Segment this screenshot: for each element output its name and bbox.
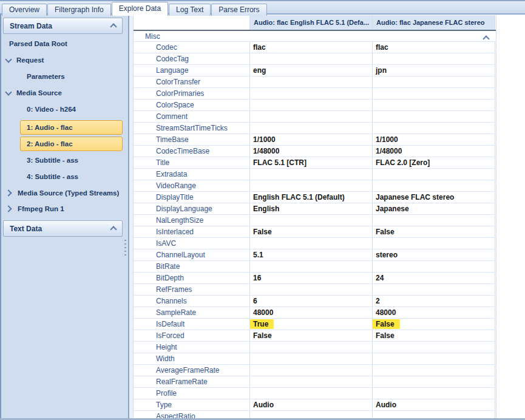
value-text: English FLAC 5.1 (Default) — [253, 193, 345, 202]
stream2-value-cell — [373, 76, 495, 87]
stream2-value-cell — [373, 180, 495, 191]
table-row-extradata[interactable]: Extradata — [134, 169, 496, 180]
table-row-type[interactable]: Type Audio Audio — [134, 399, 496, 411]
section-header-label: Text Data — [10, 225, 42, 233]
stream2-value-cell: 24 — [373, 273, 495, 283]
property-name-cell: Profile — [134, 388, 250, 399]
stream2-value-cell — [373, 215, 495, 226]
tree-item-4-subtitle-ass[interactable]: 4: Subtitle - ass — [27, 171, 78, 182]
tab-overview[interactable]: Overview — [2, 4, 47, 16]
tree-item-label: Request — [16, 56, 44, 64]
stream1-value-cell — [250, 215, 373, 226]
value-text: flac — [253, 43, 266, 52]
tab-log-text[interactable]: Log Text — [169, 4, 211, 16]
table-row-displaylanguage[interactable]: DisplayLanguage English Japanese — [134, 203, 496, 215]
table-row-streamstarttimeticks[interactable]: StreamStartTimeTicks — [134, 123, 496, 134]
sidebar: Stream Data Parsed Data RootRequestParam… — [0, 15, 128, 418]
property-name-cell: RefFrames — [134, 284, 250, 295]
chevron-down-icon[interactable] — [5, 56, 12, 63]
section-header-text-data[interactable]: Text Data — [3, 220, 123, 237]
property-name-cell: NalLengthSize — [134, 215, 250, 226]
tree-item-3-subtitle-ass[interactable]: 3: Subtitle - ass — [27, 155, 78, 166]
chevron-down-icon[interactable] — [5, 89, 12, 95]
stream1-value-cell: True — [250, 319, 373, 330]
tab-parse-errors[interactable]: Parse Errors — [211, 4, 266, 16]
chevron-up-icon[interactable] — [110, 23, 117, 30]
table-row-codec[interactable]: Codec flac flac — [134, 42, 496, 53]
table-row-timebase[interactable]: TimeBase 1/1000 1/1000 — [134, 134, 496, 146]
tree-item-request[interactable]: Request — [6, 55, 44, 66]
tab-explore-data[interactable]: Explore Data — [112, 2, 168, 16]
table-row-codectag[interactable]: CodecTag — [134, 53, 496, 65]
table-row-colortransfer[interactable]: ColorTransfer — [134, 76, 496, 88]
table-row-aspectratio[interactable]: AspectRatio — [134, 411, 496, 418]
table-row-width[interactable]: Width — [134, 353, 496, 365]
stream2-value-cell — [373, 365, 495, 376]
property-name-cell: Codec — [134, 42, 250, 53]
table-row-height[interactable]: Height — [134, 342, 496, 353]
table-row-profile[interactable]: Profile — [134, 388, 496, 399]
tree-item-media-source-typed-streams[interactable]: Media Source (Typed Streams) — [6, 188, 119, 198]
stream1-value-cell: English — [250, 203, 373, 214]
table-row-channels[interactable]: Channels 6 2 — [134, 296, 496, 307]
table-row-nallengthsize[interactable]: NalLengthSize — [134, 215, 496, 226]
table-row-samplerate[interactable]: SampleRate 48000 48000 — [134, 307, 496, 319]
tree-item-label: 4: Subtitle - ass — [27, 173, 78, 180]
table-row-isdefault[interactable]: IsDefault True False — [134, 319, 496, 330]
chevron-right-icon[interactable] — [5, 205, 12, 212]
stream1-value-cell — [250, 353, 373, 364]
tree-item-parsed-data-root[interactable]: Parsed Data Root — [9, 38, 67, 49]
tree-item-media-source[interactable]: Media Source — [6, 87, 62, 98]
table-row-isforced[interactable]: IsForced False False — [134, 330, 496, 342]
section-header-label: Stream Data — [10, 22, 52, 30]
value-text: flac — [376, 43, 388, 52]
tree-item-label: 2: Audio - flac — [27, 140, 73, 147]
table-row-realframerate[interactable]: RealFrameRate — [134, 376, 496, 388]
property-name-cell: Extradata — [134, 169, 250, 180]
table-row-isavc[interactable]: IsAVC — [134, 238, 496, 249]
property-name-cell: BitDepth — [134, 273, 250, 283]
table-row-colorspace[interactable]: ColorSpace — [134, 100, 496, 111]
tree-item-2-audio-flac[interactable]: 2: Audio - flac — [20, 137, 123, 151]
property-grid-panel: Audio: flac English FLAC 5.1 (Defa... Au… — [129, 15, 525, 418]
value-text: Audio — [376, 401, 396, 409]
table-row-videorange[interactable]: VideoRange — [134, 180, 496, 192]
tab-filtergraph-info[interactable]: Filtergraph Info — [47, 4, 111, 16]
property-name-cell: AspectRatio — [134, 411, 250, 418]
table-row-bitrate[interactable]: BitRate — [134, 261, 496, 273]
table-row-channellayout[interactable]: ChannelLayout 5.1 stereo — [134, 249, 496, 261]
chevron-up-icon[interactable] — [110, 226, 117, 232]
stream1-value-cell: flac — [250, 42, 373, 53]
table-row-comment[interactable]: Comment — [134, 111, 496, 123]
chevron-right-icon[interactable] — [5, 189, 12, 196]
table-row-title[interactable]: Title FLAC 5.1 [CTR] FLAC 2.0 [Zero] — [134, 157, 496, 169]
tree-item-parameters[interactable]: Parameters — [27, 71, 65, 82]
tree-item-0-video-h264[interactable]: 0: Video - h264 — [27, 104, 76, 115]
property-grid: Audio: flac English FLAC 5.1 (Defa... Au… — [133, 15, 496, 418]
property-name-cell: Channels — [134, 296, 250, 307]
value-text: 1/48000 — [253, 147, 279, 155]
table-row-colorprimaries[interactable]: ColorPrimaries — [134, 88, 496, 100]
section-header-stream-data[interactable]: Stream Data — [3, 18, 123, 34]
value-text: FLAC 2.0 [Zero] — [376, 158, 430, 167]
column-header-stream1[interactable]: Audio: flac English FLAC 5.1 (Defa... — [250, 15, 373, 30]
table-row-averageframerate[interactable]: AverageFrameRate — [134, 365, 496, 376]
chevron-up-icon[interactable] — [483, 35, 489, 42]
table-row-bitdepth[interactable]: BitDepth 16 24 — [134, 273, 496, 284]
table-row-refframes[interactable]: RefFrames — [134, 284, 496, 296]
splitter-grip[interactable] — [124, 240, 126, 258]
stream1-value-cell — [250, 342, 373, 353]
property-name-cell: SampleRate — [134, 307, 250, 318]
table-row-displaytitle[interactable]: DisplayTitle English FLAC 5.1 (Default) … — [134, 192, 496, 203]
column-header-stream2[interactable]: Audio: flac Japanese FLAC stereo — [373, 15, 495, 30]
value-text: 1/1000 — [253, 135, 276, 144]
stream1-value-cell: 6 — [250, 296, 373, 307]
table-row-language[interactable]: Language eng jpn — [134, 65, 496, 76]
group-row-misc[interactable]: Misc — [134, 31, 496, 42]
tree-item-ffmpeg-run-1[interactable]: Ffmpeg Run 1 — [6, 203, 64, 214]
value-text: 1/1000 — [376, 135, 398, 144]
table-row-codectimebase[interactable]: CodecTimeBase 1/48000 1/48000 — [134, 146, 496, 157]
tree-item-1-audio-flac[interactable]: 1: Audio - flac — [20, 120, 123, 135]
stream2-value-cell: 1/48000 — [373, 146, 495, 157]
table-row-isinterlaced[interactable]: IsInterlaced False False — [134, 226, 496, 238]
